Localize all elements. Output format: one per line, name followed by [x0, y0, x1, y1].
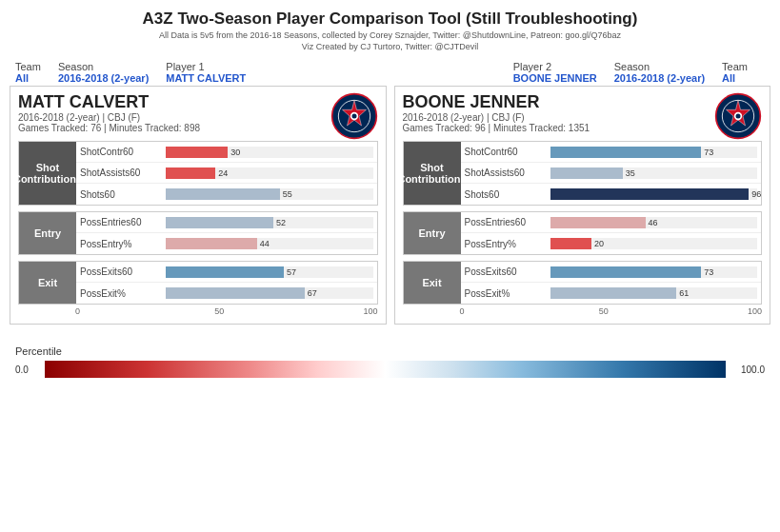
player1-chart: ShotContributions ShotContr6030ShotAssis…: [18, 141, 378, 316]
right-team-value[interactable]: All: [722, 72, 748, 84]
bar-track: 35: [550, 167, 758, 179]
player2-entry-grid: Entry PossEntries6046PossEntry%20: [403, 211, 763, 255]
bar-track: 73: [550, 266, 758, 278]
player2-exit-bars: PossExits6073PossExit%61: [461, 262, 762, 304]
player2-season: 2016-2018 (2-year) | CBJ (F): [403, 112, 763, 123]
bar-metric-name: PossExits60: [80, 266, 166, 277]
bar-fill: [550, 238, 592, 249]
player1-chart-grid: ShotContributions ShotContr6030ShotAssis…: [18, 141, 378, 206]
player1-value[interactable]: MATT CALVERT: [166, 72, 246, 84]
bar-row: PossEntries6052: [76, 212, 377, 233]
player1-entry-label: Entry: [19, 212, 76, 254]
left-season-label: Season: [58, 61, 149, 72]
bar-track: 52: [166, 217, 373, 228]
subtitle-line1: All Data is 5v5 from the 2016-18 Seasons…: [0, 30, 780, 40]
bar-value-label: 96: [751, 189, 761, 199]
player2-entry-label: Entry: [404, 212, 461, 254]
bar-fill: [166, 217, 273, 228]
percentile-max: 100.0: [731, 365, 765, 375]
percentile-min: 0.0: [15, 365, 39, 375]
players-container: MATT CALVERT 2016-2018 (2-year) | CBJ (F…: [0, 86, 780, 325]
bar-value-label: 44: [260, 239, 270, 248]
bar-metric-name: PossExits60: [465, 266, 550, 277]
bar-value-label: 20: [594, 239, 604, 248]
bar-track: 57: [166, 266, 373, 278]
bar-metric-name: PossEntry%: [80, 239, 166, 249]
bar-fill: [166, 238, 257, 249]
player1-exit-bars: PossExits6057PossExit%67: [76, 262, 377, 304]
bar-fill: [550, 287, 677, 299]
bar-metric-name: PossEntries60: [465, 217, 550, 227]
player1-control: Player 1 MATT CALVERT: [166, 61, 246, 84]
bar-row: Shots6096: [461, 184, 762, 205]
bar-value-label: 61: [679, 288, 689, 298]
bar-metric-name: PossExit%: [80, 288, 166, 299]
bar-metric-name: ShotAssists60: [465, 167, 550, 178]
bar-row: PossExits6073: [461, 262, 762, 283]
bar-fill: [550, 266, 702, 278]
bar-value-label: 35: [626, 168, 635, 178]
bar-value-label: 67: [308, 288, 317, 298]
bar-row: PossExits6057: [76, 262, 377, 283]
right-season-control: Season 2016-2018 (2-year): [614, 61, 705, 84]
percentile-bar-container: 0.0 100.0: [15, 361, 765, 378]
bar-fill: [166, 266, 284, 278]
bar-fill: [166, 167, 215, 179]
player2-shot-grid: ShotContributions ShotContr6073ShotAssis…: [403, 141, 763, 206]
bar-track: 61: [550, 287, 758, 299]
bar-row: ShotContr6073: [461, 142, 762, 163]
percentile-section: Percentile 0.0 100.0: [0, 334, 780, 385]
svg-point-4: [351, 114, 356, 119]
player2-shot-bars: ShotContr6073ShotAssists6035Shots6096: [461, 142, 762, 205]
bar-metric-name: ShotAssists60: [80, 167, 166, 178]
left-season-value[interactable]: 2016-2018 (2-year): [58, 72, 149, 84]
player1-exit-grid: Exit PossExits6057PossExit%67: [18, 261, 378, 305]
right-season-value[interactable]: 2016-2018 (2-year): [614, 72, 705, 84]
player2-name: BOONE JENNER: [403, 92, 763, 112]
svg-point-9: [736, 114, 741, 119]
player1-panel: MATT CALVERT 2016-2018 (2-year) | CBJ (F…: [10, 86, 387, 325]
bar-row: PossEntry%20: [461, 233, 762, 254]
bar-track: 24: [166, 167, 373, 179]
bar-value-label: 73: [704, 267, 713, 277]
subtitle-line2: Viz Created by CJ Turtoro, Twitter: @CJT…: [0, 42, 780, 51]
player2-games: Games Tracked: 96 | Minutes Tracked: 135…: [403, 123, 763, 133]
player1-label: Player 1: [166, 61, 246, 72]
bar-value-label: 30: [230, 148, 240, 157]
player2-exit-label: Exit: [404, 262, 461, 304]
bar-value-label: 46: [649, 218, 658, 227]
player2-shot-label: ShotContributions: [404, 142, 461, 205]
page-title: A3Z Two-Season Player Comparison Tool (S…: [0, 10, 780, 29]
player2-value[interactable]: BOONE JENNER: [513, 72, 597, 84]
player2-exit-grid: Exit PossExits6073PossExit%61: [403, 261, 763, 305]
bar-fill: [166, 188, 280, 200]
player2-control: Player 2 BOONE JENNER: [513, 61, 597, 84]
bar-fill: [550, 147, 702, 158]
right-season-label: Season: [614, 61, 705, 72]
player1-logo: [330, 92, 378, 140]
bar-metric-name: PossEntries60: [80, 217, 166, 227]
bar-fill: [550, 188, 750, 200]
bar-fill: [166, 147, 228, 158]
bar-value-label: 24: [218, 168, 228, 178]
page-header: A3Z Two-Season Player Comparison Tool (S…: [0, 0, 780, 55]
bar-track: 55: [166, 188, 373, 200]
bar-fill: [550, 167, 623, 179]
bar-track: 30: [166, 147, 373, 158]
player1-name: MATT CALVERT: [18, 92, 378, 112]
player2-label: Player 2: [513, 61, 597, 72]
bar-fill: [166, 287, 305, 299]
player2-panel: BOONE JENNER 2016-2018 (2-year) | CBJ (F…: [394, 86, 771, 325]
bar-value-label: 52: [276, 218, 286, 227]
bar-row: ShotContr6030: [76, 142, 377, 163]
bar-metric-name: Shots60: [80, 189, 166, 200]
bar-metric-name: Shots60: [465, 189, 550, 200]
player2-chart: ShotContributions ShotContr6073ShotAssis…: [403, 141, 763, 316]
player1-games: Games Tracked: 76 | Minutes Tracked: 898: [18, 123, 378, 133]
bar-metric-name: PossExit%: [465, 288, 550, 299]
player1-season: 2016-2018 (2-year) | CBJ (F): [18, 112, 378, 123]
controls-bar: Team All Season 2016-2018 (2-year) Playe…: [0, 55, 780, 86]
left-team-value[interactable]: All: [15, 72, 41, 84]
bar-value-label: 55: [283, 189, 292, 199]
player1-exit-label: Exit: [19, 262, 76, 304]
